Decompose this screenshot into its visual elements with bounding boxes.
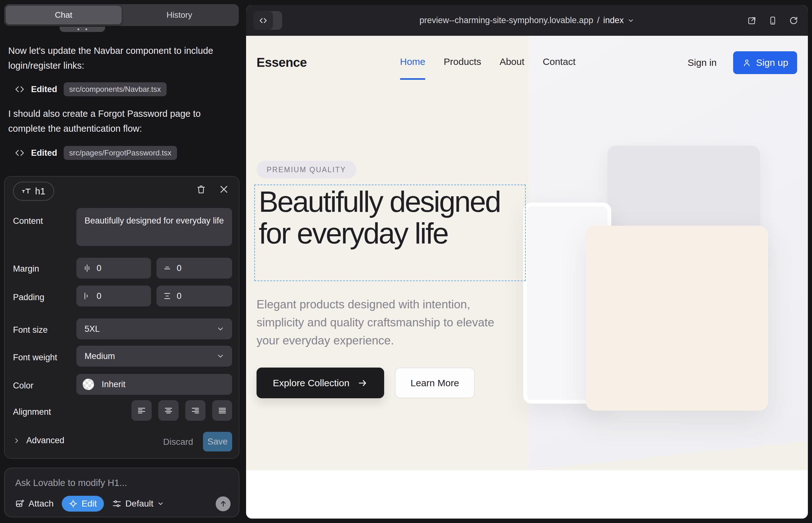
site-preview-frame: preview--charming-site-symphony.lovable.… bbox=[246, 5, 808, 519]
sign-up-button[interactable]: Sign up bbox=[733, 51, 797, 74]
code-icon bbox=[15, 148, 25, 158]
delete-element-button[interactable] bbox=[195, 183, 208, 196]
content-label: Content bbox=[13, 216, 43, 226]
margin-horizontal-icon bbox=[83, 264, 91, 273]
align-left-icon bbox=[137, 406, 146, 415]
nav-links: Home Products About Contact bbox=[400, 56, 576, 69]
align-right-icon bbox=[191, 406, 200, 415]
selected-element-chip: h1 bbox=[13, 182, 54, 201]
edited-file-row: Edited src/components/Navbar.tsx bbox=[15, 82, 166, 96]
chat-history-tabs: Chat History bbox=[4, 4, 239, 26]
nav-link-home[interactable]: Home bbox=[400, 56, 425, 69]
padding-horizontal-icon bbox=[83, 292, 91, 301]
lovable-app: Chat History Now let's update the Navbar… bbox=[0, 0, 812, 523]
premium-quality-badge: PREMIUM QUALITY bbox=[257, 161, 356, 179]
content-textarea[interactable]: Beautifully designed for everyday life bbox=[76, 208, 232, 246]
hero-paragraph: Elegant products designed with intention… bbox=[257, 295, 513, 349]
attach-icon bbox=[15, 499, 25, 508]
align-center-icon bbox=[164, 406, 173, 415]
file-badge[interactable]: src/components/Navbar.tsx bbox=[64, 82, 166, 96]
mobile-view-icon[interactable] bbox=[768, 16, 777, 25]
align-right-button[interactable] bbox=[185, 400, 206, 421]
preview-url[interactable]: preview--charming-site-symphony.lovable.… bbox=[246, 5, 808, 36]
align-justify-icon bbox=[217, 406, 227, 415]
padding-label: Padding bbox=[13, 292, 44, 302]
chat-message: Now let's update the Navbar component to… bbox=[8, 43, 217, 73]
padding-horizontal-input[interactable]: 0 bbox=[76, 286, 151, 306]
edited-label: Edited bbox=[31, 85, 57, 94]
font-weight-select[interactable]: Medium bbox=[76, 346, 232, 366]
color-select[interactable]: Inherit bbox=[76, 374, 232, 395]
site-navbar: Essence Home Products About Contact Sign… bbox=[257, 48, 797, 77]
composer-input[interactable]: Ask Lovable to modify H1... bbox=[15, 478, 127, 488]
h1-selection-outline[interactable]: Beautifully designed for everyday life bbox=[254, 184, 526, 281]
save-button[interactable]: Save bbox=[203, 432, 232, 451]
font-size-label: Font size bbox=[13, 325, 48, 335]
discard-button[interactable]: Discard bbox=[163, 437, 193, 447]
nav-link-products[interactable]: Products bbox=[444, 56, 481, 69]
hero-heading: Beautifully designed for everyday life bbox=[255, 185, 525, 250]
typography-icon bbox=[22, 188, 31, 195]
url-page: index bbox=[603, 16, 624, 25]
edited-label: Edited bbox=[31, 148, 57, 158]
arrow-right-icon bbox=[357, 378, 368, 388]
padding-vertical-input[interactable]: 0 bbox=[156, 286, 232, 306]
color-label: Color bbox=[13, 381, 34, 391]
chevron-down-icon bbox=[216, 352, 225, 360]
chevron-down-icon bbox=[628, 17, 634, 24]
user-icon bbox=[742, 58, 752, 68]
tab-chat[interactable]: Chat bbox=[6, 6, 122, 24]
attach-button[interactable]: Attach bbox=[15, 499, 54, 509]
site-hero-section: Essence Home Products About Contact Sign… bbox=[246, 36, 808, 470]
url-separator: / bbox=[597, 16, 600, 25]
preview-browser-bar: preview--charming-site-symphony.lovable.… bbox=[246, 5, 808, 36]
file-badge[interactable]: src/pages/ForgotPassword.tsx bbox=[64, 146, 177, 160]
edited-file-row: Edited src/pages/ForgotPassword.tsx bbox=[15, 146, 177, 160]
color-swatch bbox=[83, 379, 94, 390]
explore-collection-button[interactable]: Explore Collection bbox=[257, 367, 384, 398]
font-weight-label: Font weight bbox=[13, 353, 57, 362]
send-button[interactable] bbox=[216, 497, 231, 511]
nav-link-about[interactable]: About bbox=[499, 56, 524, 69]
sliders-icon bbox=[112, 499, 122, 508]
sign-in-link[interactable]: Sign in bbox=[688, 57, 717, 68]
chevron-right-icon bbox=[13, 437, 20, 444]
url-domain: preview--charming-site-symphony.lovable.… bbox=[420, 16, 594, 25]
margin-vertical-icon bbox=[163, 264, 172, 273]
margin-label: Margin bbox=[13, 264, 39, 274]
advanced-toggle[interactable]: Advanced bbox=[13, 436, 64, 446]
font-size-select[interactable]: 5XL bbox=[76, 319, 232, 339]
chevron-down-icon bbox=[157, 500, 164, 507]
chevron-down-icon bbox=[216, 325, 225, 333]
decor-card-beige bbox=[586, 226, 768, 411]
tab-history[interactable]: History bbox=[122, 6, 237, 24]
close-icon[interactable] bbox=[217, 183, 230, 196]
edit-target-icon bbox=[69, 499, 77, 508]
learn-more-button[interactable]: Learn More bbox=[395, 367, 475, 398]
align-justify-button[interactable] bbox=[212, 400, 232, 421]
clipped-badge bbox=[59, 26, 105, 32]
padding-vertical-icon bbox=[163, 292, 172, 301]
open-external-icon[interactable] bbox=[747, 16, 757, 25]
chat-composer: Ask Lovable to modify H1... Attach Edit … bbox=[4, 468, 240, 517]
align-left-button[interactable] bbox=[131, 400, 152, 421]
margin-vertical-input[interactable]: 0 bbox=[156, 258, 232, 278]
code-icon bbox=[15, 84, 25, 94]
edit-mode-button[interactable]: Edit bbox=[62, 496, 104, 511]
margin-horizontal-input[interactable]: 0 bbox=[76, 258, 151, 278]
element-editor-panel: h1 Content Beautifully designed for ever… bbox=[4, 176, 240, 459]
site-logo[interactable]: Essence bbox=[257, 55, 307, 70]
alignment-label: Alignment bbox=[13, 407, 51, 417]
element-tag-label: h1 bbox=[35, 186, 45, 197]
align-center-button[interactable] bbox=[158, 400, 179, 421]
send-arrow-icon bbox=[219, 500, 227, 508]
refresh-icon[interactable] bbox=[789, 16, 798, 25]
default-mode-select[interactable]: Default bbox=[112, 499, 164, 509]
nav-link-contact[interactable]: Contact bbox=[543, 56, 576, 69]
chat-message: I should also create a Forgot Password p… bbox=[8, 106, 217, 136]
